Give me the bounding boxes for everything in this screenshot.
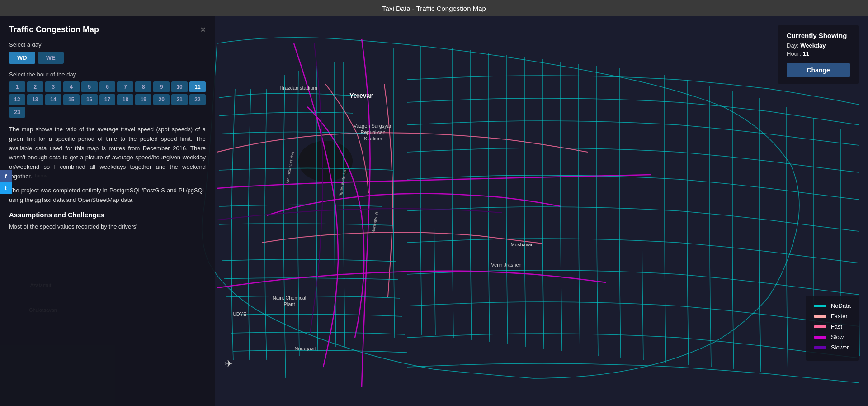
facebook-icon[interactable]: f (0, 170, 12, 182)
hour-info-value: 11 (802, 50, 809, 57)
hour-15[interactable]: 15 (63, 94, 80, 105)
hour-6[interactable]: 6 (99, 81, 116, 92)
hour-10[interactable]: 10 (171, 81, 188, 92)
legend: NoData Faster Fast Slow Slower (806, 296, 859, 361)
legend-color-fast (814, 325, 826, 328)
hour-info-label: Hour: (787, 50, 801, 57)
legend-fast: Fast (814, 323, 851, 330)
legend-slow: Slow (814, 334, 851, 340)
hour-19[interactable]: 19 (135, 94, 151, 105)
panel-header: Traffic Congestion Map × (9, 24, 206, 35)
map-label-republican: Republican (360, 129, 385, 135)
legend-label-fast: Fast (831, 323, 842, 330)
panel-title: Traffic Congestion Map (9, 25, 99, 34)
legend-label-slower: Slower (831, 344, 849, 351)
hour-22[interactable]: 22 (189, 94, 206, 105)
legend-faster: Faster (814, 313, 851, 320)
hour-7[interactable]: 7 (117, 81, 133, 92)
twitter-icon[interactable]: t (0, 182, 12, 194)
hour-13[interactable]: 13 (27, 94, 43, 105)
map-label-nairit: Nairit Chemical (273, 295, 307, 301)
weekday-button[interactable]: WD (9, 52, 35, 64)
assumptions-text: Most of the speed values recorded by the… (9, 222, 206, 232)
legend-color-faster (814, 315, 826, 318)
legend-label-nodata: NoData (831, 302, 851, 309)
map-label-vazgen: Vazgen Sargsyan (354, 123, 392, 129)
description: The map shows the ratio of the average t… (9, 125, 206, 205)
hour-grid: 1 2 3 4 5 6 7 8 9 10 11 12 13 14 15 16 1… (9, 81, 206, 118)
legend-color-nodata (814, 305, 826, 307)
hour-5[interactable]: 5 (81, 81, 98, 92)
change-button[interactable]: Change (787, 63, 850, 77)
hour-14[interactable]: 14 (45, 94, 61, 105)
assumptions-para: Most of the speed values recorded by the… (9, 222, 206, 232)
hour-2[interactable]: 2 (27, 81, 43, 92)
hour-3[interactable]: 3 (45, 81, 61, 92)
hour-info-row: Hour: 11 (787, 50, 850, 57)
hour-8[interactable]: 8 (135, 81, 151, 92)
hour-23[interactable]: 23 (9, 107, 25, 118)
weekend-button[interactable]: WE (38, 52, 64, 64)
map-label-jrashen: Verin Jrashen (491, 262, 521, 267)
legend-label-faster: Faster (831, 313, 848, 320)
hour-4[interactable]: 4 (63, 81, 80, 92)
hour-20[interactable]: 20 (153, 94, 170, 105)
assumptions-title: Assumptions and Challenges (9, 211, 206, 219)
currently-showing-title: Currently Showing (787, 32, 850, 39)
left-panel: Traffic Congestion Map × Select a day WD… (0, 16, 215, 406)
close-button[interactable]: × (200, 24, 206, 35)
hour-18[interactable]: 18 (117, 94, 133, 105)
hour-9[interactable]: 9 (153, 81, 170, 92)
social-icons: f t (0, 170, 12, 194)
legend-color-slower (814, 346, 826, 349)
legend-label-slow: Slow (831, 334, 844, 340)
hour-21[interactable]: 21 (171, 94, 188, 105)
hour-label: Select the hour of the day (9, 71, 206, 78)
legend-slower: Slower (814, 344, 851, 351)
day-info-label: Day: (787, 42, 799, 49)
top-bar: Taxi Data - Traffic Congestion Map (0, 0, 868, 16)
hour-17[interactable]: 17 (99, 94, 116, 105)
city-label: Yerevan (349, 92, 374, 99)
hour-11[interactable]: 11 (189, 81, 206, 92)
map-label-noragavit: Noragavit (294, 346, 316, 351)
legend-nodata: NoData (814, 302, 851, 309)
map-label-stadium: Stadium (364, 136, 382, 141)
legend-color-slow (814, 336, 826, 339)
hour-12[interactable]: 12 (9, 94, 25, 105)
map-label-mushavan: Mushavan (511, 242, 534, 247)
map-plus-icon: ✈ (225, 358, 233, 369)
description-p2: The project was completed entirely in Po… (9, 186, 206, 205)
map-label-udye: UDYE (233, 311, 247, 317)
right-panel: Currently Showing Day: Weekday Hour: 11 … (778, 25, 859, 84)
description-p1: The map shows the ratio of the average t… (9, 125, 206, 182)
day-label: Select a day (9, 41, 206, 48)
day-selector: WD WE (9, 52, 206, 64)
hour-16[interactable]: 16 (81, 94, 98, 105)
day-info-value: Weekday (800, 42, 826, 49)
map-label-plant: Plant (283, 301, 295, 307)
hour-1[interactable]: 1 (9, 81, 25, 92)
day-info-row: Day: Weekday (787, 42, 850, 49)
app-title: Taxi Data - Traffic Congestion Map (382, 5, 486, 12)
map-container: Yerevan Hrazdan stadium Vazgen Sargsyan … (0, 16, 868, 406)
map-label-hrazdan: Hrazdan stadium (279, 85, 317, 91)
